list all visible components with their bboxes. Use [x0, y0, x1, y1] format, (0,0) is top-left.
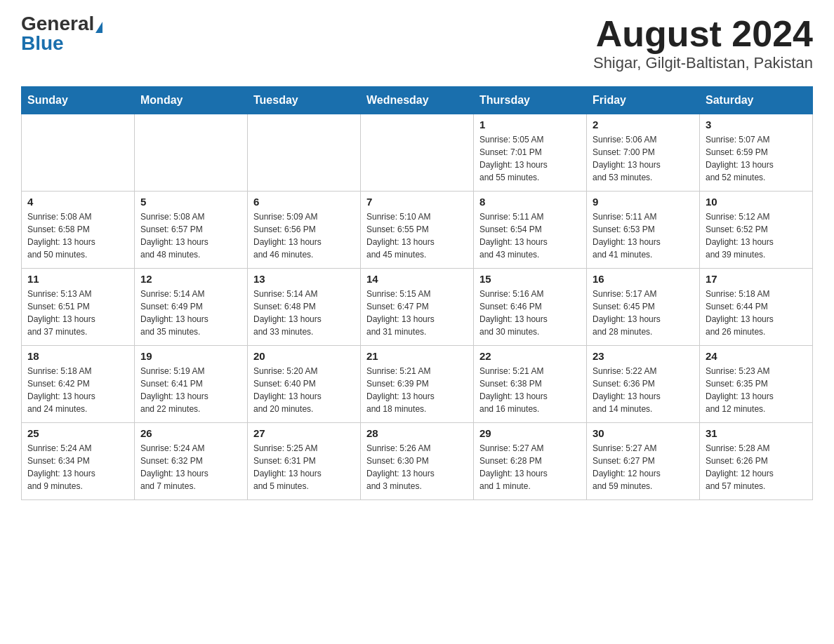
title-section: August 2024 Shigar, Gilgit-Baltistan, Pa…	[593, 14, 813, 72]
day-info: Sunrise: 5:25 AM Sunset: 6:31 PM Dayligh…	[253, 442, 355, 492]
day-info: Sunrise: 5:11 AM Sunset: 6:54 PM Dayligh…	[479, 210, 581, 261]
calendar-cell: 26Sunrise: 5:24 AM Sunset: 6:32 PM Dayli…	[135, 423, 248, 500]
weekday-header-wednesday: Wednesday	[361, 87, 474, 114]
calendar-cell: 22Sunrise: 5:21 AM Sunset: 6:38 PM Dayli…	[474, 346, 587, 423]
day-number: 28	[366, 427, 468, 439]
day-number: 7	[366, 196, 468, 208]
calendar-cell: 20Sunrise: 5:20 AM Sunset: 6:40 PM Dayli…	[248, 346, 361, 423]
calendar-cell: 28Sunrise: 5:26 AM Sunset: 6:30 PM Dayli…	[361, 423, 474, 500]
weekday-header-friday: Friday	[587, 87, 700, 114]
calendar-cell	[361, 114, 474, 192]
calendar-cell: 9Sunrise: 5:11 AM Sunset: 6:53 PM Daylig…	[587, 192, 700, 269]
day-info: Sunrise: 5:17 AM Sunset: 6:45 PM Dayligh…	[593, 288, 694, 338]
logo-general-line: General	[21, 14, 102, 34]
day-info: Sunrise: 5:24 AM Sunset: 6:34 PM Dayligh…	[27, 442, 128, 492]
day-info: Sunrise: 5:05 AM Sunset: 7:01 PM Dayligh…	[479, 133, 581, 184]
week-row-3: 11Sunrise: 5:13 AM Sunset: 6:51 PM Dayli…	[22, 269, 813, 346]
calendar-cell: 10Sunrise: 5:12 AM Sunset: 6:52 PM Dayli…	[700, 192, 813, 269]
day-number: 10	[706, 196, 807, 208]
day-number: 24	[706, 350, 807, 362]
weekday-header-tuesday: Tuesday	[248, 87, 361, 114]
day-info: Sunrise: 5:22 AM Sunset: 6:36 PM Dayligh…	[593, 365, 694, 415]
calendar-table: SundayMondayTuesdayWednesdayThursdayFrid…	[21, 86, 813, 500]
calendar-cell: 24Sunrise: 5:23 AM Sunset: 6:35 PM Dayli…	[700, 346, 813, 423]
day-info: Sunrise: 5:18 AM Sunset: 6:44 PM Dayligh…	[706, 288, 807, 338]
day-number: 8	[479, 196, 581, 208]
logo-triangle-icon	[95, 22, 102, 33]
day-number: 19	[140, 350, 241, 362]
day-number: 23	[593, 350, 694, 362]
day-info: Sunrise: 5:08 AM Sunset: 6:58 PM Dayligh…	[27, 210, 128, 261]
day-info: Sunrise: 5:14 AM Sunset: 6:49 PM Dayligh…	[140, 288, 241, 338]
calendar-cell: 31Sunrise: 5:28 AM Sunset: 6:26 PM Dayli…	[700, 423, 813, 500]
calendar-cell: 5Sunrise: 5:08 AM Sunset: 6:57 PM Daylig…	[135, 192, 248, 269]
weekday-header-monday: Monday	[135, 87, 248, 114]
week-row-5: 25Sunrise: 5:24 AM Sunset: 6:34 PM Dayli…	[22, 423, 813, 500]
day-number: 21	[366, 350, 468, 362]
calendar-cell	[248, 114, 361, 192]
calendar-cell: 11Sunrise: 5:13 AM Sunset: 6:51 PM Dayli…	[22, 269, 135, 346]
day-number: 2	[593, 119, 694, 130]
calendar-cell: 30Sunrise: 5:27 AM Sunset: 6:27 PM Dayli…	[587, 423, 700, 500]
day-number: 25	[27, 427, 128, 439]
calendar-cell: 17Sunrise: 5:18 AM Sunset: 6:44 PM Dayli…	[700, 269, 813, 346]
day-number: 5	[140, 196, 241, 208]
calendar-cell: 27Sunrise: 5:25 AM Sunset: 6:31 PM Dayli…	[248, 423, 361, 500]
location: Shigar, Gilgit-Baltistan, Pakistan	[593, 54, 813, 72]
day-number: 3	[706, 119, 807, 130]
day-info: Sunrise: 5:21 AM Sunset: 6:38 PM Dayligh…	[479, 365, 581, 415]
calendar-cell	[135, 114, 248, 192]
week-row-2: 4Sunrise: 5:08 AM Sunset: 6:58 PM Daylig…	[22, 192, 813, 269]
day-info: Sunrise: 5:15 AM Sunset: 6:47 PM Dayligh…	[366, 288, 468, 338]
day-info: Sunrise: 5:28 AM Sunset: 6:26 PM Dayligh…	[706, 442, 807, 492]
calendar-cell: 2Sunrise: 5:06 AM Sunset: 7:00 PM Daylig…	[587, 114, 700, 192]
day-info: Sunrise: 5:06 AM Sunset: 7:00 PM Dayligh…	[593, 133, 694, 184]
week-row-1: 1Sunrise: 5:05 AM Sunset: 7:01 PM Daylig…	[22, 114, 813, 192]
weekday-header-sunday: Sunday	[22, 87, 135, 114]
weekday-header-thursday: Thursday	[474, 87, 587, 114]
day-info: Sunrise: 5:26 AM Sunset: 6:30 PM Dayligh…	[366, 442, 468, 492]
calendar-cell: 16Sunrise: 5:17 AM Sunset: 6:45 PM Dayli…	[587, 269, 700, 346]
calendar-cell: 13Sunrise: 5:14 AM Sunset: 6:48 PM Dayli…	[248, 269, 361, 346]
weekday-header-saturday: Saturday	[700, 87, 813, 114]
calendar-cell: 3Sunrise: 5:07 AM Sunset: 6:59 PM Daylig…	[700, 114, 813, 192]
calendar-cell: 6Sunrise: 5:09 AM Sunset: 6:56 PM Daylig…	[248, 192, 361, 269]
day-number: 4	[27, 196, 128, 208]
day-number: 29	[479, 427, 581, 439]
day-info: Sunrise: 5:20 AM Sunset: 6:40 PM Dayligh…	[253, 365, 355, 415]
calendar-cell: 7Sunrise: 5:10 AM Sunset: 6:55 PM Daylig…	[361, 192, 474, 269]
day-info: Sunrise: 5:27 AM Sunset: 6:28 PM Dayligh…	[479, 442, 581, 492]
logo-general-text: General	[21, 13, 94, 34]
day-info: Sunrise: 5:08 AM Sunset: 6:57 PM Dayligh…	[140, 210, 241, 261]
day-info: Sunrise: 5:24 AM Sunset: 6:32 PM Dayligh…	[140, 442, 241, 492]
day-info: Sunrise: 5:14 AM Sunset: 6:48 PM Dayligh…	[253, 288, 355, 338]
page-header: General Blue August 2024 Shigar, Gilgit-…	[21, 14, 813, 72]
day-info: Sunrise: 5:13 AM Sunset: 6:51 PM Dayligh…	[27, 288, 128, 338]
calendar-cell: 21Sunrise: 5:21 AM Sunset: 6:39 PM Dayli…	[361, 346, 474, 423]
calendar-cell: 29Sunrise: 5:27 AM Sunset: 6:28 PM Dayli…	[474, 423, 587, 500]
day-number: 30	[593, 427, 694, 439]
calendar-cell: 12Sunrise: 5:14 AM Sunset: 6:49 PM Dayli…	[135, 269, 248, 346]
day-number: 17	[706, 273, 807, 285]
day-info: Sunrise: 5:09 AM Sunset: 6:56 PM Dayligh…	[253, 210, 355, 261]
logo-blue-text: Blue	[21, 34, 64, 53]
day-number: 1	[479, 119, 581, 130]
day-info: Sunrise: 5:10 AM Sunset: 6:55 PM Dayligh…	[366, 210, 468, 261]
day-info: Sunrise: 5:07 AM Sunset: 6:59 PM Dayligh…	[706, 133, 807, 184]
day-info: Sunrise: 5:12 AM Sunset: 6:52 PM Dayligh…	[706, 210, 807, 261]
day-number: 13	[253, 273, 355, 285]
day-number: 14	[366, 273, 468, 285]
logo: General Blue	[21, 14, 102, 53]
day-info: Sunrise: 5:19 AM Sunset: 6:41 PM Dayligh…	[140, 365, 241, 415]
day-number: 20	[253, 350, 355, 362]
day-number: 12	[140, 273, 241, 285]
day-number: 31	[706, 427, 807, 439]
day-number: 27	[253, 427, 355, 439]
day-info: Sunrise: 5:18 AM Sunset: 6:42 PM Dayligh…	[27, 365, 128, 415]
calendar-cell: 1Sunrise: 5:05 AM Sunset: 7:01 PM Daylig…	[474, 114, 587, 192]
calendar-cell: 25Sunrise: 5:24 AM Sunset: 6:34 PM Dayli…	[22, 423, 135, 500]
day-number: 18	[27, 350, 128, 362]
calendar-cell: 14Sunrise: 5:15 AM Sunset: 6:47 PM Dayli…	[361, 269, 474, 346]
calendar-cell: 23Sunrise: 5:22 AM Sunset: 6:36 PM Dayli…	[587, 346, 700, 423]
day-info: Sunrise: 5:21 AM Sunset: 6:39 PM Dayligh…	[366, 365, 468, 415]
